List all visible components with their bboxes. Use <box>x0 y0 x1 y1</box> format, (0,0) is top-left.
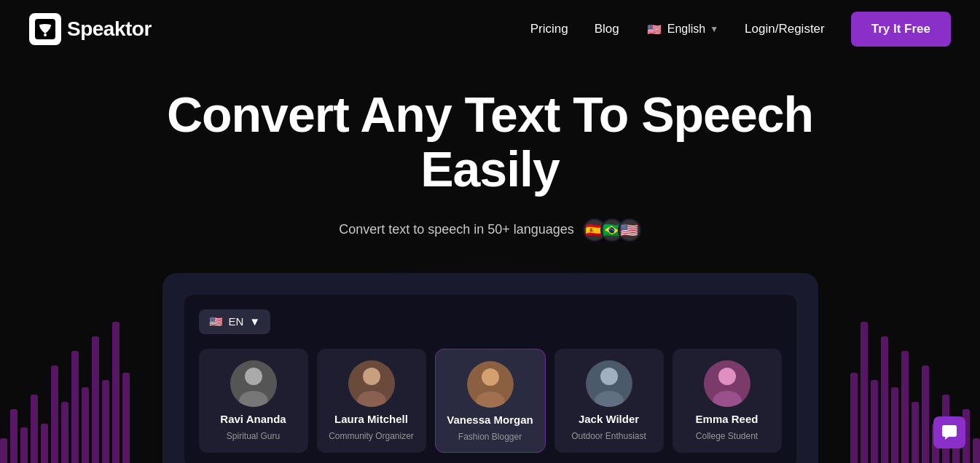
bar <box>10 409 17 463</box>
flag-group: 🇪🇸 🇧🇷 🇺🇸 <box>583 218 641 242</box>
subtitle-text: Convert text to speech in 50+ languages <box>339 222 574 237</box>
bar <box>61 402 68 463</box>
hero-section: Convert Any Text To Speech Easily Conver… <box>0 58 980 278</box>
bar <box>51 365 58 463</box>
nav-links: Pricing Blog 🇺🇸 English ▼ Login/Register… <box>530 12 951 47</box>
logo[interactable]: Speaktor <box>29 13 152 45</box>
voice-name-vanessa: Vanessa Morgan <box>447 413 533 426</box>
bar <box>912 402 919 463</box>
logo-text: Speaktor <box>67 17 152 41</box>
svg-point-3 <box>245 368 262 385</box>
bar <box>82 387 89 463</box>
voice-card-laura[interactable]: Laura Mitchell Community Organizer <box>317 349 426 453</box>
demo-lang-code: EN <box>229 315 244 328</box>
bar <box>92 336 99 463</box>
bar <box>891 387 898 463</box>
bar <box>122 373 130 463</box>
svg-marker-18 <box>945 437 949 440</box>
hero-subtitle: Convert text to speech in 50+ languages … <box>15 218 965 242</box>
voice-name-emma: Emma Reed <box>696 413 758 425</box>
bar <box>901 351 909 463</box>
hero-title: Convert Any Text To Speech Easily <box>126 87 855 197</box>
svg-point-15 <box>718 368 736 385</box>
avatar-laura <box>348 360 395 407</box>
svg-rect-17 <box>942 425 957 437</box>
voice-card-jack[interactable]: Jack Wilder Outdoor Enthusiast <box>554 349 664 453</box>
voice-role-laura: Community Organizer <box>329 431 414 441</box>
us-flag: 🇺🇸 <box>646 20 663 38</box>
avatar-ravi <box>230 360 277 407</box>
chat-button[interactable] <box>933 416 965 448</box>
voice-name-ravi: Ravi Ananda <box>220 413 286 425</box>
try-it-free-button[interactable]: Try It Free <box>851 12 951 47</box>
logo-icon <box>29 13 61 45</box>
voice-name-jack: Jack Wilder <box>579 413 639 425</box>
voice-cards: Ravi Ananda Spiritual Guru <box>199 349 782 453</box>
bar <box>112 322 119 463</box>
avatar-emma <box>704 360 750 407</box>
svg-point-12 <box>600 368 618 385</box>
svg-point-1 <box>44 33 47 36</box>
bar <box>922 365 929 463</box>
bar <box>20 427 28 463</box>
chevron-down-icon: ▼ <box>710 24 718 34</box>
bar <box>871 380 878 463</box>
voice-card-ravi[interactable]: Ravi Ananda Spiritual Guru <box>199 349 308 453</box>
bar <box>0 438 7 463</box>
avatar-vanessa <box>467 361 514 408</box>
sound-bars-left <box>0 307 130 463</box>
bar <box>850 373 858 463</box>
avatar-jack <box>586 360 632 407</box>
voice-role-vanessa: Fashion Blogger <box>458 432 522 442</box>
bar <box>71 351 79 463</box>
voice-card-emma[interactable]: Emma Reed College Student <box>673 349 782 453</box>
demo-chevron-icon: ▼ <box>249 315 260 328</box>
navbar: Speaktor Pricing Blog 🇺🇸 English ▼ Login… <box>0 0 980 58</box>
voice-role-jack: Outdoor Enthusiast <box>571 431 646 441</box>
pricing-link[interactable]: Pricing <box>530 22 568 36</box>
voice-role-emma: College Student <box>696 431 758 441</box>
demo-language-selector[interactable]: 🇺🇸 EN ▼ <box>199 309 271 334</box>
flag-usa: 🇺🇸 <box>618 218 641 242</box>
bar <box>973 438 980 463</box>
language-selector[interactable]: 🇺🇸 English ▼ <box>646 20 718 38</box>
svg-point-6 <box>363 368 380 385</box>
voice-name-laura: Laura Mitchell <box>334 413 408 425</box>
bar <box>31 395 38 463</box>
demo-flag: 🇺🇸 <box>209 315 223 328</box>
svg-point-9 <box>482 368 499 386</box>
voice-role-ravi: Spiritual Guru <box>227 431 280 441</box>
demo-container: 🇺🇸 EN ▼ <box>162 273 818 463</box>
bar <box>41 424 48 463</box>
demo-inner: 🇺🇸 EN ▼ <box>184 295 796 463</box>
language-label: English <box>667 23 705 36</box>
voice-card-vanessa[interactable]: Vanessa Morgan Fashion Blogger <box>435 349 546 453</box>
bar <box>102 380 109 463</box>
bar <box>881 336 888 463</box>
login-register-link[interactable]: Login/Register <box>745 22 825 36</box>
blog-link[interactable]: Blog <box>595 22 619 36</box>
bar <box>861 322 868 463</box>
